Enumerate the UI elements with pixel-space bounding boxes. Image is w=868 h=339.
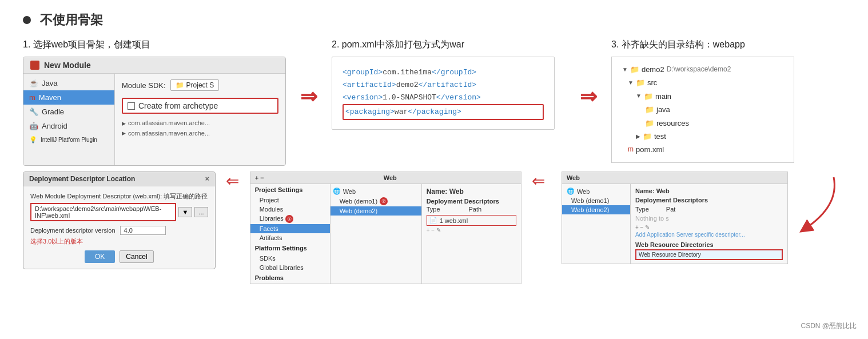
archetype-label: Create from archetype: [138, 101, 218, 110]
expand-icon-test: ▶: [636, 131, 640, 142]
large-path-col: Pat: [666, 206, 676, 213]
arrow-col-2: ⇒: [566, 39, 611, 109]
type-path-row: Type Path: [427, 206, 516, 213]
triangle-icon-1: ▶: [122, 119, 126, 127]
dialog-close-btn[interactable]: ×: [205, 175, 209, 183]
sidebar-item-intellij[interactable]: 💡 IntelliJ Platform Plugin: [23, 133, 114, 146]
web-res-dir-label: Web Resource Directories: [635, 241, 783, 248]
arrow-col-1: ⇒: [286, 39, 332, 109]
tree-label-test: test: [654, 130, 666, 143]
proj-panel-body: Project Settings Project Modules Librari…: [250, 184, 521, 284]
proj-nav-facets[interactable]: Facets: [250, 224, 330, 233]
gradle-icon: 🔧: [29, 107, 38, 116]
large-tree-demo1[interactable]: Web (demo1): [562, 196, 630, 205]
proj-tree-item-demo2[interactable]: Web (demo2): [331, 206, 421, 216]
expand-icon-main: ▼: [636, 91, 642, 101]
large-tree-demo2[interactable]: Web (demo2): [562, 205, 630, 214]
tree-label-pom: pom.xml: [636, 143, 664, 156]
curved-arrow-area: [788, 172, 845, 240]
step3: 3. 补齐缺失的目录结构：webapp ▼ 📁 demo2 D:\workspa…: [611, 39, 845, 163]
proj-left-nav: Project Settings Project Modules Librari…: [250, 184, 331, 284]
web-res-highlight[interactable]: Web Resource Directory: [635, 249, 783, 260]
bullet-title: 不使用骨架: [23, 11, 845, 29]
tree-row-src: ▼ 📁 src: [620, 76, 786, 89]
bottom-arrow-col-1: ⇐: [216, 172, 250, 190]
panel-sidebar: ☕ Java m Maven 🔧 Gradle 🤖: [23, 74, 115, 165]
dialog-input-field[interactable]: D:\workspace\demo2\src\main\webapp\WEB-I…: [30, 203, 176, 221]
proj-nav-libraries[interactable]: Libraries ①: [250, 214, 330, 224]
archetype-item-1: ▶ com.atlassian.maven.arche...: [122, 118, 278, 129]
folder-icon-src: 📁: [636, 76, 645, 89]
dialog-version-row: Deployment descriptor version 4.0: [30, 226, 208, 235]
folder-icon-test: 📁: [643, 130, 652, 143]
bottom-arrow-col-2: ⇐: [521, 172, 556, 190]
dialog-buttons: OK Cancel: [30, 250, 208, 263]
name-value: Web: [449, 188, 464, 196]
sdk-dropdown[interactable]: 📁 Project S: [170, 79, 220, 91]
large-proj-panel: Web 🌐 Web Web (demo1) Web (demo2): [562, 172, 788, 264]
archetype-checkbox[interactable]: [128, 102, 135, 110]
xml-line-2: <artifactId>demo2</artifactId>: [343, 79, 544, 91]
arrow-left-icon-1: ⇐: [226, 172, 239, 190]
page-title: 不使用骨架: [40, 11, 103, 29]
panel-main: Module SDK: 📁 Project S Create from arch…: [115, 74, 285, 165]
sidebar-item-java[interactable]: ☕ Java: [23, 76, 114, 90]
sdk-folder-icon: 📁: [176, 81, 184, 89]
dialog-version-dropdown[interactable]: 4.0: [120, 226, 166, 235]
java-icon: ☕: [29, 79, 38, 87]
proj-tree: 🌐 Web Web (demo1) ② Web (demo2): [331, 184, 422, 284]
proj-tree-item-demo1[interactable]: Web (demo1) ②: [331, 196, 421, 206]
folder-icon-demo2: 📁: [630, 63, 639, 76]
web-xml-icon: 📄: [429, 217, 437, 224]
arrow-right-icon-1: ⇒: [300, 85, 317, 109]
dialog-hint: 选择3.0以上的版本: [30, 237, 208, 246]
large-web-icon: 🌐: [567, 188, 575, 195]
sdk-value: Project S: [186, 81, 214, 89]
large-type-col: Type: [635, 206, 649, 213]
maven-file-icon: m: [628, 143, 634, 156]
large-proj-tree: 🌐 Web Web (demo1) Web (demo2): [562, 184, 631, 264]
folder-icon-java: 📁: [645, 103, 654, 116]
archetype-list: ▶ com.atlassian.maven.arche... ▶ com.atl…: [122, 118, 278, 138]
intellij-icon: 💡: [29, 136, 37, 143]
demo1-num: ②: [380, 197, 388, 205]
sidebar-item-android[interactable]: 🤖 Android: [23, 119, 114, 133]
proj-nav-modules[interactable]: Modules: [250, 205, 330, 214]
bottom-row: Deployment Descriptor Location × Web Mod…: [23, 172, 845, 284]
tree-label-resources: resources: [656, 117, 689, 130]
proj-right: Name: Web Deployment Descriptors Type Pa…: [422, 184, 521, 284]
large-tree-web: 🌐 Web: [562, 186, 630, 196]
dialog-body: Web Module Deployment Descriptor (web.xm…: [23, 186, 215, 269]
large-proj-panel-title: Web: [562, 172, 787, 184]
dialog-field-label: Web Module Deployment Descriptor (web.xm…: [30, 192, 208, 201]
tree-label-src: src: [647, 76, 657, 89]
tree-label-demo2: demo2: [642, 63, 664, 76]
proj-nav-global-libraries[interactable]: Global Libraries: [250, 263, 330, 272]
watermark: CSDN @恶熊比比: [801, 321, 857, 331]
proj-nav-section-3: Problems: [250, 272, 330, 284]
step2-label: 2. pom.xml中添加打包方式为war: [332, 39, 464, 51]
step3-label: 3. 补齐缺失的目录结构：webapp: [611, 39, 745, 51]
tree-row-test: ▶ 📁 test: [620, 130, 786, 143]
proj-settings-panel: + − Web Project Settings Project Modules…: [250, 172, 521, 284]
web-res-value: Web Resource Directory: [639, 252, 701, 258]
proj-nav-sdks[interactable]: SDKs: [250, 254, 330, 263]
large-name-value: Web: [656, 188, 670, 194]
arrow-right-icon-2: ⇒: [580, 85, 597, 109]
sidebar-item-gradle[interactable]: 🔧 Gradle: [23, 105, 114, 119]
dialog-ok-btn[interactable]: OK: [85, 250, 115, 263]
dialog-cancel-btn[interactable]: Cancel: [120, 250, 153, 263]
proj-nav-section-2: Platform Settings: [250, 242, 330, 254]
proj-nav-project[interactable]: Project: [250, 196, 330, 205]
proj-nav-artifacts[interactable]: Artifacts: [250, 233, 330, 242]
xml-line-3: <version>1.0-SNAPSHOT</version>: [343, 91, 544, 104]
tree-row-resources: 📁 resources: [620, 117, 786, 130]
dialog-file-btn[interactable]: ...: [194, 207, 208, 217]
tree-label-main: main: [655, 90, 671, 103]
sidebar-item-maven[interactable]: m Maven: [23, 90, 114, 105]
dialog-browse-btn[interactable]: ▼: [178, 207, 193, 217]
large-proj-panel-body: 🌐 Web Web (demo1) Web (demo2) Name: Web: [562, 184, 787, 264]
filetree-panel: ▼ 📁 demo2 D:\workspace\demo2 ▼ 📁 src ▼ 📁…: [611, 57, 794, 163]
curved-arrow-svg: [788, 172, 845, 240]
archetype-checkbox-row[interactable]: Create from archetype: [122, 98, 278, 114]
